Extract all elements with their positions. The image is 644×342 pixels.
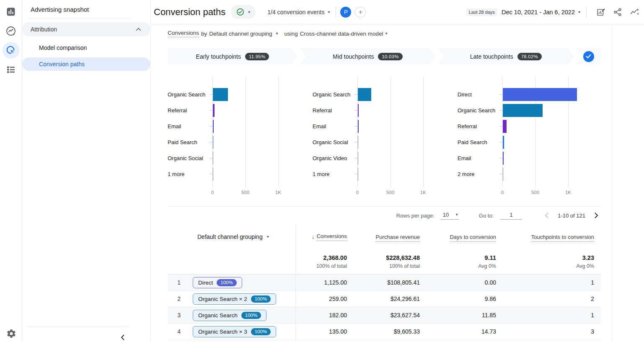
- table-body: 1Direct100%1,125.00$108,805.410.0012Orga…: [168, 275, 601, 340]
- channel-chip-label: Organic Search × 3: [198, 329, 247, 335]
- bar-2-more[interactable]: [503, 168, 503, 181]
- axis-tick: [209, 158, 212, 158]
- category-label: 1 more: [313, 166, 354, 182]
- section-label: Attribution: [31, 26, 57, 33]
- advertising-icon[interactable]: [3, 42, 19, 59]
- channel-chip-label: Organic Search: [198, 312, 238, 319]
- axis-tick: [354, 94, 357, 95]
- collapse-sidebar-button[interactable]: [120, 334, 125, 341]
- totals-conversions: 2,368.00100% of total: [295, 249, 348, 274]
- channel-path-cell: Organic Search × 2100%: [191, 293, 295, 305]
- sort-descending-icon: ↓: [312, 233, 315, 240]
- date-range-selector[interactable]: Dec 10, 2021 - Jan 6, 2022: [502, 9, 575, 16]
- segment-label: Late touchpoints: [470, 53, 513, 60]
- metric-value: 11.85: [421, 312, 497, 319]
- funnel-select-all-toggle[interactable]: [576, 48, 601, 65]
- settings-gear-icon[interactable]: [0, 329, 22, 339]
- sidebar-title: Advertising snapshot: [22, 0, 150, 18]
- bar-referral[interactable]: [358, 104, 359, 117]
- funnel-segment-late[interactable]: Late touchpoints 78.02%: [438, 48, 574, 65]
- category-label: Organic Search: [168, 86, 209, 102]
- bar-direct[interactable]: [503, 88, 577, 101]
- metric-value: 14.73: [421, 328, 497, 335]
- library-icon[interactable]: [3, 61, 19, 78]
- column-header-conversions[interactable]: ↓ Conversions: [295, 224, 348, 249]
- table-row[interactable]: 4Organic Search × 3100%135.00$9,605.3314…: [168, 324, 601, 340]
- funnel-segment-early[interactable]: Early touchpoints 11.95%: [168, 48, 297, 65]
- bar-paid-search[interactable]: [503, 136, 504, 149]
- channel-chip-percentage-badge: 100%: [251, 295, 271, 303]
- sidebar-item-conversion-paths[interactable]: Conversion paths: [22, 57, 150, 71]
- bar-1-more[interactable]: [213, 168, 213, 181]
- touchpoint-charts: 05001KOrganic SearchReferralEmailPaid Se…: [168, 77, 601, 198]
- axis-tick: [209, 126, 212, 127]
- insights-icon[interactable]: [630, 8, 639, 16]
- totals-days-to-conversion: 9.11Avg 0%: [421, 254, 497, 269]
- rows-per-page-select[interactable]: 10 ▾: [440, 212, 459, 220]
- funnel-segment-mid[interactable]: Mid touchpoints 10.03%: [300, 48, 436, 65]
- channel-chip: Organic Search100%: [193, 310, 266, 321]
- bar-email[interactable]: [213, 120, 214, 133]
- bar-organic-video[interactable]: [358, 152, 358, 165]
- dimension-selector[interactable]: Default channel grouping: [209, 31, 272, 37]
- column-header-purchase-revenue[interactable]: Purchase revenue: [348, 234, 421, 240]
- column-header-label: Conversions: [317, 233, 347, 241]
- category-label: Direct: [458, 86, 499, 102]
- edit-chart-icon[interactable]: [597, 8, 605, 16]
- touchpoint-funnel: Early touchpoints 11.95% Mid touchpoints…: [168, 48, 601, 65]
- bar-email[interactable]: [358, 120, 359, 133]
- model-selector[interactable]: Cross-channel data-driven model: [300, 31, 383, 37]
- table-row[interactable]: 3Organic Search100%182.00$23,627.5411.85…: [168, 307, 601, 324]
- metric-value: 259.00: [295, 291, 348, 307]
- bar-1-more[interactable]: [358, 168, 358, 181]
- column-header-touchpoints-to-conversion[interactable]: Touchpoints to conversion: [497, 234, 601, 240]
- bar-referral[interactable]: [213, 104, 215, 117]
- chevron-left-icon: [120, 334, 125, 341]
- app-nav-rail: [0, 0, 22, 342]
- divider: [336, 7, 336, 18]
- channel-path-cell: Organic Search × 3100%: [191, 326, 295, 337]
- bar-organic-social[interactable]: [213, 152, 213, 165]
- bar-organic-search[interactable]: [213, 88, 228, 101]
- explore-icon[interactable]: [3, 23, 19, 39]
- goto-label: Go to:: [479, 212, 494, 219]
- caret-down-icon: ▾: [456, 212, 458, 217]
- channel-chip-label: Organic Search × 2: [198, 296, 247, 302]
- avatar[interactable]: P: [340, 7, 351, 18]
- table-row[interactable]: 2Organic Search × 2100%259.00$24,296.619…: [168, 291, 601, 307]
- share-icon[interactable]: [613, 8, 622, 16]
- previous-page-button[interactable]: [542, 211, 551, 220]
- divider: [28, 18, 131, 18]
- sidebar-item-model-comparison[interactable]: Model comparison: [22, 41, 150, 54]
- bar-organic-search[interactable]: [503, 104, 543, 117]
- sidebar-section-attribution[interactable]: Attribution: [22, 22, 150, 36]
- divider: [28, 326, 129, 326]
- bar-email[interactable]: [503, 152, 504, 165]
- axis-tick: [499, 174, 502, 174]
- channel-path-cell: Organic Search100%: [191, 310, 295, 321]
- dimension-header-select[interactable]: Default channel grouping ▾: [191, 233, 295, 240]
- reports-icon[interactable]: [3, 3, 19, 20]
- page-header: Conversion paths ▾ 1/4 conversion events…: [151, 0, 644, 24]
- table-row[interactable]: 1Direct100%1,125.00$108,805.410.001: [168, 275, 601, 291]
- gridline: [278, 77, 279, 187]
- bar-organic-social[interactable]: [358, 136, 358, 149]
- explore-icon: [5, 26, 16, 36]
- metric-value: 1: [497, 279, 601, 286]
- report-approval-dropdown[interactable]: ▾: [231, 5, 256, 19]
- column-header-days-to-conversion[interactable]: Days to conversion: [421, 234, 497, 240]
- add-comparison-button[interactable]: +: [355, 7, 366, 18]
- bar-organic-search[interactable]: [358, 88, 371, 101]
- goto-page-input[interactable]: 1: [500, 212, 522, 220]
- joiner-text: using: [284, 31, 297, 37]
- bar-referral[interactable]: [503, 120, 507, 133]
- category-label: 1 more: [168, 166, 209, 182]
- conversion-events-selector[interactable]: 1/4 conversion events ▾: [267, 9, 330, 16]
- bar-paid-search[interactable]: [213, 136, 213, 149]
- caret-down-icon: ▾: [385, 31, 388, 36]
- category-label: Email: [168, 118, 209, 134]
- metric-selector[interactable]: Conversions: [168, 30, 199, 37]
- category-label: Referral: [313, 102, 354, 118]
- caret-down-icon: ▾: [328, 10, 330, 14]
- next-page-button[interactable]: [592, 211, 601, 220]
